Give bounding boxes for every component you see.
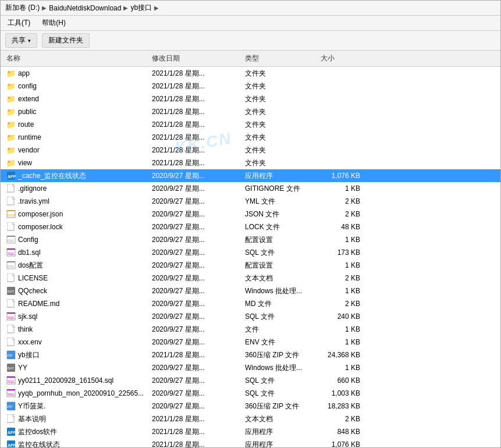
file-date: 2021/1/28 星期...	[148, 414, 241, 425]
file-date: 2020/9/27 星期...	[148, 375, 241, 386]
file-type: 文本文档	[241, 414, 317, 425]
table-row[interactable]: 📁app2021/1/28 星期...文件夹	[1, 67, 500, 80]
file-date: 2020/9/27 星期...	[148, 362, 241, 374]
new-folder-button[interactable]: 新建文件夹	[42, 33, 90, 48]
table-row[interactable]: APP_cache_监控在线状态2020/9/27 星期...应用程序1,076…	[1, 169, 500, 182]
file-size: 2 KB	[317, 414, 364, 424]
file-name: runtime	[18, 133, 41, 141]
table-row[interactable]: CFGdos配置2020/9/27 星期...配置设置1 KB	[1, 259, 500, 272]
file-name: 基本说明	[18, 414, 46, 424]
file-type: 应用程序	[241, 426, 317, 438]
table-row[interactable]: LICENSE2020/9/27 星期...文本文档2 KB	[1, 272, 500, 285]
file-name: _cache_监控在线状态	[18, 171, 86, 181]
file-name-cell: APP_cache_监控在线状态	[3, 170, 148, 182]
file-name-cell: SQLyy0211_20200928_161504.sql	[3, 375, 148, 386]
file-name: xxx.env	[18, 338, 42, 346]
file-date: 2020/9/27 星期...	[148, 298, 241, 310]
file-size: 48 KB	[317, 222, 364, 232]
table-row[interactable]: 📁config2021/1/28 星期...文件夹	[1, 80, 500, 93]
file-date: 2020/9/27 星期...	[148, 401, 241, 412]
file-name-cell: APP监控dos软件	[3, 426, 148, 438]
file-size	[317, 111, 364, 112]
file-name: sjk.sql	[18, 312, 37, 321]
table-row[interactable]: 📁extend2021/1/28 星期...文件夹	[1, 93, 500, 105]
file-name-cell: APP监控在线状态	[3, 439, 148, 448]
col-date[interactable]: 修改日期	[148, 52, 241, 65]
svg-text:JSON: JSON	[7, 214, 16, 217]
table-row[interactable]: ZIPyb接口2021/1/28 星期...360压缩 ZIP 文件24,368…	[1, 349, 500, 361]
file-date: 2021/1/28 星期...	[148, 350, 241, 361]
breadcrumb-arrow-2: ▶	[123, 5, 128, 11]
file-size: 1,076 KB	[317, 171, 364, 180]
svg-text:CFG: CFG	[8, 239, 14, 243]
table-row[interactable]: 📁public2021/1/28 星期...文件夹	[1, 105, 500, 118]
file-size: 2 KB	[317, 197, 364, 206]
file-icon: 📁	[6, 133, 16, 142]
file-name: config	[18, 82, 37, 90]
table-row[interactable]: 📁runtime2021/1/28 星期...文件夹	[1, 131, 500, 144]
table-row[interactable]: 📁route2021/1/28 星期...文件夹	[1, 118, 500, 131]
table-row[interactable]: ZIPY币菠菜.2020/9/27 星期...360压缩 ZIP 文件18,28…	[1, 400, 500, 413]
file-size: 660 KB	[317, 376, 364, 385]
file-type: 文件	[241, 324, 317, 335]
col-size[interactable]: 大小	[317, 52, 364, 65]
file-date: 2020/9/27 星期...	[148, 388, 241, 399]
file-date: 2021/1/28 星期...	[148, 158, 241, 169]
table-row[interactable]: APP监控在线状态2021/1/28 星期...应用程序1,076 KB	[1, 438, 500, 447]
file-icon: 📁	[6, 81, 16, 91]
table-row[interactable]: think2020/9/27 星期...文件1 KB	[1, 323, 500, 336]
menu-tools[interactable]: 工具(T)	[5, 17, 33, 29]
file-list[interactable]: 📁app2021/1/28 星期...文件夹📁config2021/1/28 星…	[1, 67, 500, 447]
file-icon: BAT	[6, 286, 16, 296]
table-row[interactable]: 📁view2021/1/28 星期...文件夹	[1, 157, 500, 169]
file-icon: ZIP	[6, 350, 16, 360]
file-name-cell: .travis.yml	[3, 196, 148, 207]
file-icon	[6, 184, 16, 193]
file-size	[317, 124, 364, 125]
table-row[interactable]: README.md2020/9/27 星期...MD 文件2 KB	[1, 297, 500, 310]
table-row[interactable]: .gitignore2020/9/27 星期...GITIGNORE 文件1 K…	[1, 182, 500, 195]
table-row[interactable]: JSONcomposer.json2020/9/27 星期...JSON 文件2…	[1, 208, 500, 221]
table-row[interactable]: SQLdb1.sql2020/9/27 星期...SQL 文件173 KB	[1, 246, 500, 259]
svg-text:BAT: BAT	[8, 290, 15, 293]
table-row[interactable]: SQLyyqb_pornhub_mon_20200910_22565...202…	[1, 387, 500, 400]
table-row[interactable]: 📁vendor2021/1/28 星期...文件夹	[1, 144, 500, 157]
file-icon: SQL	[6, 389, 16, 398]
table-row[interactable]: 基本说明2021/1/28 星期...文本文档2 KB	[1, 413, 500, 425]
file-type: 360压缩 ZIP 文件	[241, 350, 317, 361]
file-size	[317, 73, 364, 74]
file-icon	[6, 337, 16, 347]
file-date: 2021/1/28 星期...	[148, 145, 241, 156]
breadcrumb-current[interactable]: yb接口	[130, 3, 152, 13]
table-row[interactable]: composer.lock2020/9/27 星期...LOCK 文件48 KB	[1, 221, 500, 233]
file-name-cell: composer.lock	[3, 222, 148, 232]
table-row[interactable]: .travis.yml2020/9/27 星期...YML 文件2 KB	[1, 195, 500, 208]
file-size: 24,368 KB	[317, 350, 364, 360]
file-name: .gitignore	[18, 184, 47, 193]
table-row[interactable]: BATQQcheck2020/9/27 星期...Windows 批处理...1…	[1, 285, 500, 297]
file-name-cell: ZIPyb接口	[3, 350, 148, 361]
file-type: 应用程序	[241, 439, 317, 448]
file-size: 173 KB	[317, 248, 364, 257]
table-row[interactable]: SQLyy0211_20200928_161504.sql2020/9/27 星…	[1, 374, 500, 387]
table-row[interactable]: CFGConfig2020/9/27 星期...配置设置1 KB	[1, 233, 500, 246]
file-size: 1 KB	[317, 337, 364, 347]
col-name[interactable]: 名称	[3, 52, 148, 65]
table-row[interactable]: APP监控dos软件2021/1/28 星期...应用程序848 KB	[1, 425, 500, 438]
file-icon: APP	[6, 171, 16, 180]
table-row[interactable]: xxx.env2020/9/27 星期...ENV 文件1 KB	[1, 336, 500, 349]
menu-help[interactable]: 帮助(H)	[40, 17, 68, 29]
file-type: 配置设置	[241, 234, 317, 246]
breadcrumb-drive[interactable]: 新加卷 (D:)	[5, 3, 40, 13]
file-icon: SQL	[6, 312, 16, 321]
file-type: LOCK 文件	[241, 222, 317, 233]
file-name: yyqb_pornhub_mon_20200910_22565...	[18, 389, 144, 397]
table-row[interactable]: SQLsjk.sql2020/9/27 星期...SQL 文件240 KB	[1, 310, 500, 323]
file-type: SQL 文件	[241, 388, 317, 399]
share-button[interactable]: 共享 ▾	[5, 33, 37, 48]
col-type[interactable]: 类型	[241, 52, 317, 65]
file-type: 文件夹	[241, 106, 317, 118]
table-row[interactable]: BATYY2020/9/27 星期...Windows 批处理...1 KB	[1, 361, 500, 374]
file-name-cell: 📁config	[3, 81, 148, 91]
breadcrumb-folder[interactable]: BaiduNetdiskDownload	[49, 4, 121, 12]
